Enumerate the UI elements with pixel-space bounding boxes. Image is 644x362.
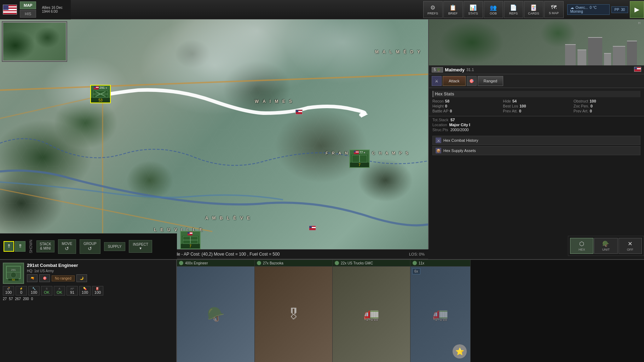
temperature: 0 °C <box>590 6 597 10</box>
logo-area: MAP HIS Allies 16 Dec 1944 6:00 <box>0 0 71 19</box>
unit-view-button[interactable]: 🪖 UNIT <box>594 238 617 254</box>
advance-turn-button[interactable]: ▶ <box>630 1 644 18</box>
weather-icon: ☁ <box>570 6 574 10</box>
nation-info: 5 🪖 Malmedy 31.1 <box>429 65 644 74</box>
brief-button[interactable]: 📋 BRIEF <box>443 1 463 18</box>
minimap-image <box>2 22 67 61</box>
group-button[interactable]: GROUP ↺ <box>80 239 100 254</box>
ranged-icon: 🎯 <box>467 76 477 86</box>
unit-stats-row: 💣 100 ⚡ 0 🔧 100 S OK A OK AP 91 <box>3 286 173 296</box>
card-bazooka-badge <box>257 261 261 265</box>
card-trucks-image[interactable]: 🚛 <box>333 267 410 362</box>
pp-area: PP 30 <box>611 6 628 13</box>
card-bazooka-image[interactable]: 🎖 <box>255 267 332 362</box>
hex-supply-assets[interactable]: 📦 Hex Supply Assets <box>432 146 640 155</box>
height-stat: Height 0 <box>432 104 499 108</box>
unit-token-291[interactable]: 291 ● 53 <box>90 85 111 103</box>
move-group: MOVE ↺ <box>58 239 76 254</box>
strucpts-row: Struc.Pts 2000/2000 <box>432 128 640 132</box>
prevart-stat: Prev Art. 0 <box>574 109 640 113</box>
card-bazooka-title: 27x Bazooka <box>263 261 283 265</box>
recon-stat: Recon 58 <box>432 99 499 103</box>
card-engineer-title: 400x Engineer <box>185 261 208 265</box>
card-extra-figure: 🚛 <box>410 267 470 362</box>
unit-name: 291st Combat Engineer <box>27 263 173 268</box>
unit-flag-lower[interactable] <box>309 226 316 230</box>
off-view-button[interactable]: ✕ OFF <box>619 238 642 254</box>
hex-view-icon: ⬡ <box>579 240 584 247</box>
card-extra-image[interactable]: ⭐ 🚛 6x <box>410 267 470 362</box>
unit-token-waimes[interactable] <box>295 110 303 115</box>
smap-icon: 🗺 <box>551 4 557 11</box>
card-engineer-image[interactable]: 🪖 <box>177 267 254 362</box>
card-engineer: 400x Engineer 🪖 <box>177 260 255 362</box>
unit-token-leuville[interactable]: 7 <box>180 231 201 249</box>
location-row: Location Major City I <box>432 123 640 127</box>
stack-mini-button[interactable]: STACK& MINI <box>36 240 54 252</box>
supply-button[interactable]: SUPPLY <box>104 242 126 251</box>
stat-maint: 🔧 100 <box>28 286 40 296</box>
ranged-button[interactable]: Ranged <box>478 76 504 86</box>
hex-stats-title: Hex Stats <box>432 91 640 97</box>
zocpen-stat: Zoc Pen. 0 <box>574 104 640 108</box>
unit-numbers-row: 27 57 267 200 0 <box>3 297 173 301</box>
unit-token-francorchamps[interactable]: 77 ● 7 <box>349 150 370 168</box>
weather-status: Overc... <box>576 6 588 10</box>
card-trucks: 22x US Trucks GMC 🚛 <box>333 260 410 362</box>
location-info: Tot.Stack 57 Location Major City I Struc… <box>429 116 644 134</box>
card-engineer-figure: 🪖 <box>177 267 254 362</box>
stat-morale: 💊 100 <box>79 286 91 296</box>
attack-button[interactable]: Attack <box>443 76 466 86</box>
svg-text:53: 53 <box>12 279 15 281</box>
unit-details: 291st Combat Engineer HQ: 1st US Army 🔫 … <box>27 263 173 284</box>
location-name: Malmedy <box>445 67 465 72</box>
card-extra-title: 11x <box>419 261 424 265</box>
map-tab[interactable]: MAP <box>20 1 36 9</box>
hex-supply-assets-icon: 📦 <box>436 148 441 153</box>
reps-button[interactable]: 📄 REPS <box>504 1 523 18</box>
card-engineer-badge <box>179 261 183 265</box>
card-trucks-title: 22x US Trucks GMC <box>341 261 373 265</box>
card-extra-count: 6x <box>412 268 420 274</box>
status-moon-icon: 🌙 <box>76 274 87 282</box>
bottom-panel: 291 53 291st Combat Engineer HQ: 1st US … <box>0 259 644 362</box>
inspect-button[interactable]: INSPECT ▼ <box>129 240 152 253</box>
hide-stat: Hide 54 <box>503 99 570 103</box>
card-trucks-figure: 🚛 <box>333 267 410 362</box>
hex-supply-assets-label: Hex Supply Assets <box>443 148 476 153</box>
weapon-icon-1: 🔫 <box>27 274 38 282</box>
bestlos-stat: Best Los 100 <box>503 104 570 108</box>
action-icon: ⚔ <box>432 76 442 86</box>
cards-button[interactable]: 🃏 CARDS <box>524 1 544 18</box>
card-bazooka: 27x Bazooka 🎖 <box>255 260 333 362</box>
hex-combat-history[interactable]: ⚔ Hex Combat History <box>432 136 640 145</box>
his-tab[interactable]: HIS <box>20 10 36 18</box>
hex-view-button[interactable]: ⬡ HEX <box>570 238 593 254</box>
minimap[interactable] <box>2 21 67 62</box>
supply-group: SUPPLY <box>104 242 126 251</box>
right-panel: H 5 🪖 Malmedy 31.1 ⚔ Attack 🎯 Ranged Hex… <box>428 19 644 249</box>
mini-portrait-1[interactable]: 🎖 <box>4 241 14 252</box>
obstruct-stat: Obstruct 100 <box>574 99 640 103</box>
action-buttons: ⚔ Attack 🎯 Ranged <box>429 74 644 88</box>
svg-text:291: 291 <box>11 268 16 272</box>
stat-ammo: 💣 100 <box>3 286 14 296</box>
mini-portrait-2[interactable]: 🎖 <box>15 241 25 252</box>
group-group: GROUP ↺ <box>80 239 100 254</box>
move-button[interactable]: MOVE ↺ <box>58 239 76 254</box>
los-display: LOS: 0% <box>409 252 425 256</box>
svg-point-19 <box>11 272 16 278</box>
card-engineer-header: 400x Engineer <box>177 260 254 267</box>
location-number: 31.1 <box>466 68 474 72</box>
us-flag-icon <box>3 5 17 14</box>
card-extra-header: 11x <box>410 260 470 267</box>
stats-button[interactable]: 📊 STATS <box>464 1 483 18</box>
weapon-icon-2: 🎯 <box>39 274 50 282</box>
unit-symbol-2 <box>351 154 368 163</box>
stat-fuel: ⛽ 100 <box>92 286 103 296</box>
prefs-button[interactable]: ⚙ PREFS <box>423 1 443 18</box>
smap-button[interactable]: 🗺 S MAP <box>544 1 564 18</box>
unit-view-icon: 🪖 <box>602 240 609 247</box>
card-bazooka-header: 27x Bazooka <box>255 260 332 267</box>
oob-button[interactable]: 👥 OOB <box>484 1 503 18</box>
